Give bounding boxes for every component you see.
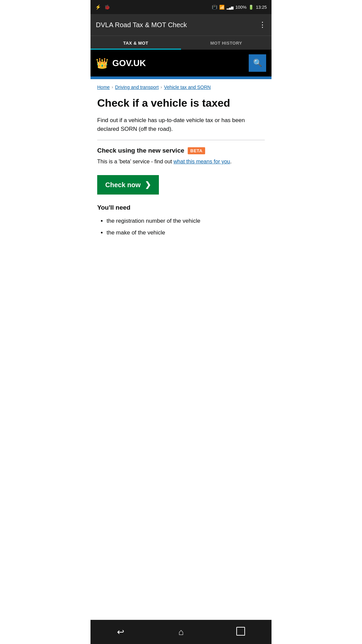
breadcrumb: Home › Driving and transport › Vehicle t…: [97, 85, 265, 90]
status-left-icons: [95, 4, 110, 10]
tab-tax-mot[interactable]: TAX & MOT: [90, 36, 181, 50]
wifi-icon: [219, 5, 225, 10]
beta-description: This is a 'beta' service - find out what…: [97, 158, 265, 166]
check-now-arrow-icon: ❯: [145, 180, 151, 189]
youll-need-list: the registration number of the vehicle t…: [97, 216, 265, 238]
clock: 13:25: [256, 5, 267, 10]
search-icon: 🔍: [253, 59, 262, 67]
status-bar: 100% 13:25: [90, 0, 272, 14]
content-wrapper: 👑 GOV.UK 🔍 Home › Driving and transport …: [90, 50, 272, 272]
breadcrumb-home[interactable]: Home: [97, 85, 110, 90]
beta-link[interactable]: what this means for you: [174, 159, 230, 164]
breadcrumb-driving[interactable]: Driving and transport: [115, 85, 159, 90]
section-divider: [97, 140, 265, 140]
crown-icon: 👑: [96, 57, 108, 69]
blue-accent-bar: [90, 76, 272, 79]
search-button[interactable]: 🔍: [249, 54, 266, 72]
page-description: Find out if a vehicle has up-to-date veh…: [97, 116, 265, 133]
battery-icon: [248, 5, 254, 10]
govuk-logo: 👑 GOV.UK: [96, 57, 146, 69]
check-now-label: Check now: [105, 181, 141, 189]
page-title: Check if a vehicle is taxed: [97, 97, 265, 109]
check-now-button[interactable]: Check now ❯: [97, 175, 159, 195]
vibrate-icon: [212, 5, 217, 10]
breadcrumb-chevron-2: ›: [161, 85, 162, 90]
more-menu-icon[interactable]: ⋮: [259, 21, 266, 29]
signal-icon: [227, 5, 233, 10]
status-right-info: 100% 13:25: [212, 5, 267, 10]
list-item: the make of the vehicle: [107, 228, 265, 238]
beta-heading-text: Check using the new service: [97, 147, 184, 154]
beta-heading: Check using the new service BETA: [97, 147, 265, 154]
app-title: DVLA Road Tax & MOT Check: [96, 21, 187, 29]
beta-badge: BETA: [188, 147, 205, 154]
app-bar: DVLA Road Tax & MOT Check ⋮: [90, 14, 272, 36]
breadcrumb-chevron-1: ›: [112, 85, 113, 90]
list-item: the registration number of the vehicle: [107, 216, 265, 226]
govuk-logo-text: GOV.UK: [112, 58, 146, 68]
tab-mot-history[interactable]: MOT HISTORY: [181, 36, 272, 50]
usb-icon: [95, 4, 101, 10]
battery-percentage: 100%: [235, 5, 246, 10]
tab-bar: TAX & MOT MOT HISTORY: [90, 36, 272, 50]
govuk-header: 👑 GOV.UK 🔍: [90, 50, 272, 76]
youll-need-heading: You'll need: [97, 204, 265, 211]
breadcrumb-vehicle[interactable]: Vehicle tax and SORN: [164, 85, 210, 90]
page-content: Home › Driving and transport › Vehicle t…: [90, 79, 272, 245]
bug-icon: [104, 4, 110, 10]
